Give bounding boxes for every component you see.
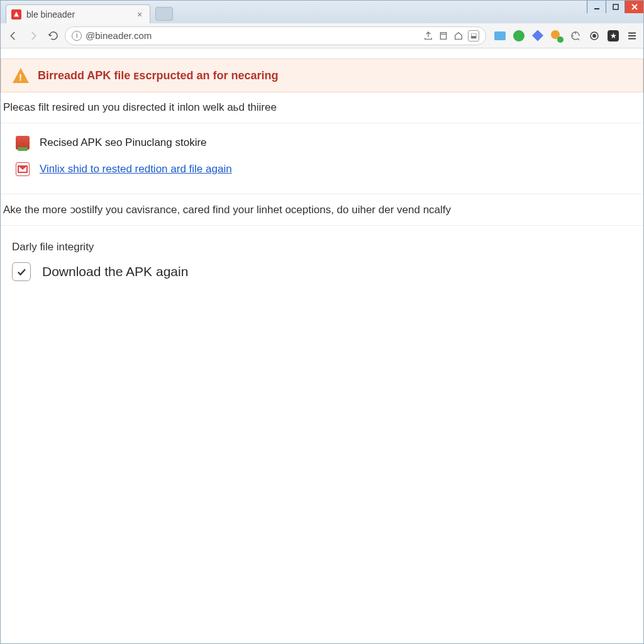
suggestion-item-1: Reсised APK seo Pinuclang stokire — [16, 130, 638, 156]
integrity-option-row: Download the APK again — [1, 262, 643, 300]
suggestion-1-text: Reсised APK seo Pinuclang stokire — [40, 136, 207, 149]
site-info-icon[interactable]: i — [72, 31, 82, 41]
browser-menu-button[interactable] — [625, 28, 640, 43]
svg-rect-2 — [440, 32, 446, 39]
toolbar: i @bineader.com ⬓ — [1, 23, 643, 48]
page-content: Birreadd APK file ᴇscrpucted an for neca… — [1, 48, 643, 643]
extension-3-icon[interactable] — [530, 28, 545, 43]
install-icon[interactable]: ⬓ — [468, 30, 479, 42]
extension-7-icon[interactable]: ★ — [606, 28, 621, 43]
svg-rect-1 — [613, 4, 618, 9]
extension-5-icon[interactable] — [568, 28, 583, 43]
tab-close-button[interactable]: × — [135, 9, 145, 19]
suggestion-item-2: Viпlіx shid to rested redtion ard file a… — [16, 156, 638, 182]
home-icon[interactable] — [453, 30, 464, 42]
address-bar[interactable]: i @bineader.com ⬓ — [65, 26, 486, 45]
browser-window: ble bineader × i @bineader.com ⬓ — [0, 0, 644, 644]
window-maximize-button[interactable] — [606, 1, 625, 13]
svg-point-4 — [593, 34, 596, 37]
mail-icon — [16, 162, 30, 176]
tab-strip: ble bineader × — [1, 1, 643, 23]
warning-icon — [13, 68, 29, 83]
download-again-checkbox[interactable] — [12, 262, 31, 281]
extensions-cluster: ★ — [492, 28, 640, 43]
suggestion-list: Reсised APK seo Pinuclang stokire Viпlіx… — [1, 123, 643, 194]
window-controls — [587, 1, 643, 13]
extension-4-icon[interactable] — [549, 28, 564, 43]
bookmark-icon[interactable] — [438, 30, 449, 42]
extension-6-icon[interactable] — [587, 28, 602, 43]
download-again-label: Download the APK again — [42, 264, 188, 279]
share-icon[interactable] — [423, 30, 434, 42]
forward-button[interactable] — [25, 27, 42, 45]
intro-paragraph: Pleєаs filt resired un you disrected it … — [1, 92, 643, 123]
alert-banner: Birreadd APK file ᴇscrpucted an for neca… — [1, 58, 643, 92]
tab-title: ble bineader — [26, 9, 75, 19]
svg-rect-0 — [594, 8, 599, 9]
url-text: @bineader.com — [86, 30, 419, 41]
tab-active[interactable]: ble bineader × — [6, 4, 150, 23]
back-button[interactable] — [4, 27, 22, 45]
suggestion-2-link[interactable]: Viпlіx shid to rested redtion ard file a… — [40, 163, 232, 175]
extension-2-icon[interactable] — [511, 28, 526, 43]
window-minimize-button[interactable] — [587, 1, 606, 13]
extension-1-icon[interactable] — [492, 28, 508, 43]
info-paragraph: Ake the more ɔostilfy you cavisrance, ca… — [1, 194, 643, 225]
tab-favicon-icon — [11, 9, 21, 19]
app-icon — [16, 136, 30, 150]
window-close-button[interactable] — [625, 1, 643, 13]
reload-button[interactable] — [45, 27, 62, 45]
alert-text: Birreadd APK file ᴇscrpucted an for neca… — [38, 69, 278, 82]
integrity-heading: Darly file integrity — [1, 238, 643, 262]
new-tab-button[interactable] — [155, 7, 173, 21]
